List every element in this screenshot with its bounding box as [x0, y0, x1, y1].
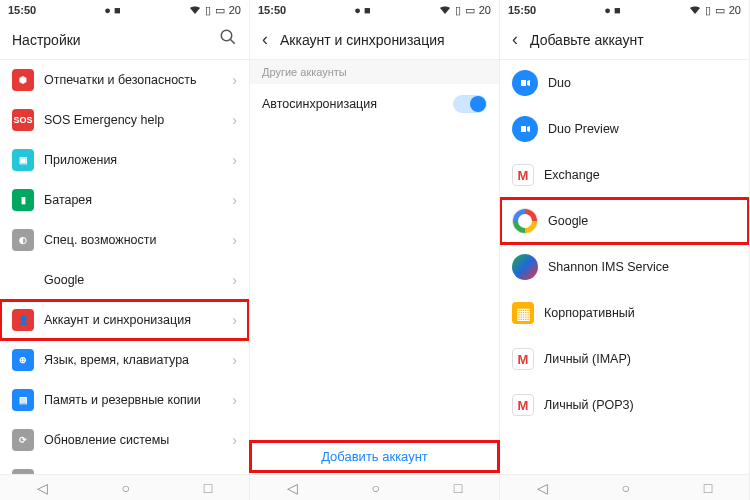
nav-home-icon[interactable]: ○ — [122, 480, 130, 496]
search-icon[interactable] — [219, 28, 237, 51]
status-time: 15:50 — [258, 4, 286, 16]
nav-back-icon[interactable]: ◁ — [287, 480, 298, 496]
account-type-row[interactable]: ▦Корпоративный — [500, 290, 749, 336]
sync-header: ‹ Аккаунт и синхронизация — [250, 20, 499, 60]
row-icon: ⬢ — [12, 69, 34, 91]
gmail-icon: M — [512, 164, 534, 186]
battery-icon: ▭ — [465, 4, 475, 17]
account-type-row[interactable]: MЛичный (IMAP) — [500, 336, 749, 382]
chevron-right-icon: › — [232, 72, 237, 88]
back-icon[interactable]: ‹ — [262, 29, 268, 50]
sync-list: Другие аккаунты Автосинхронизация — [250, 60, 499, 500]
add-account-button[interactable]: Добавить аккаунт — [250, 441, 499, 472]
settings-row[interactable]: ◐Спец. возможности› — [0, 220, 249, 260]
vibrate-icon: ▯ — [705, 4, 711, 17]
status-time: 15:50 — [8, 4, 36, 16]
settings-row[interactable]: SOSSOS Emergency help› — [0, 100, 249, 140]
chevron-right-icon: › — [232, 232, 237, 248]
autosync-row[interactable]: Автосинхронизация — [250, 84, 499, 124]
settings-list: ⬢Отпечатки и безопасность›SOSSOS Emergen… — [0, 60, 249, 500]
add-account-screen: 15:50 ● ■ ▯ ▭ 20 ‹ Добавьте аккаунт DuoD… — [500, 0, 750, 500]
row-label: Exchange — [544, 168, 737, 182]
row-icon: ▤ — [12, 389, 34, 411]
nav-bar: ◁ ○ □ — [250, 474, 499, 500]
row-icon-empty — [12, 269, 34, 291]
status-right: ▯ ▭ 20 — [439, 4, 491, 17]
nav-recent-icon[interactable]: □ — [454, 480, 462, 496]
status-dots: ● ■ — [104, 4, 120, 16]
nav-back-icon[interactable]: ◁ — [537, 480, 548, 496]
settings-row[interactable]: Google› — [0, 260, 249, 300]
wifi-icon — [439, 5, 451, 15]
nav-back-icon[interactable]: ◁ — [37, 480, 48, 496]
sync-screen: 15:50 ● ■ ▯ ▭ 20 ‹ Аккаунт и синхронизац… — [250, 0, 500, 500]
chevron-right-icon: › — [232, 272, 237, 288]
row-icon: ▣ — [12, 149, 34, 171]
row-icon: 👤 — [12, 309, 34, 331]
account-type-row[interactable]: Shannon IMS Service — [500, 244, 749, 290]
row-label: Отпечатки и безопасность — [44, 73, 222, 87]
account-type-row[interactable]: MЛичный (POP3) — [500, 382, 749, 428]
account-type-list: DuoDuo PreviewMExchangeGoogleShannon IMS… — [500, 60, 749, 500]
autosync-label: Автосинхронизация — [262, 97, 443, 111]
battery-icon: ▭ — [215, 4, 225, 17]
chevron-right-icon: › — [232, 352, 237, 368]
page-title: Настройки — [12, 32, 207, 48]
duo-icon — [512, 116, 538, 142]
nav-bar: ◁ ○ □ — [0, 474, 249, 500]
wifi-icon — [189, 5, 201, 15]
row-label: Личный (IMAP) — [544, 352, 737, 366]
account-type-row[interactable]: Duo — [500, 60, 749, 106]
autosync-toggle[interactable] — [453, 95, 487, 113]
nav-recent-icon[interactable]: □ — [204, 480, 212, 496]
nav-home-icon[interactable]: ○ — [622, 480, 630, 496]
page-title: Добавьте аккаунт — [530, 32, 737, 48]
status-bar: 15:50 ● ■ ▯ ▭ 20 — [250, 0, 499, 20]
row-label: Duo Preview — [548, 122, 737, 136]
battery-icon: ▭ — [715, 4, 725, 17]
settings-row[interactable]: ⊕Язык, время, клавиатура› — [0, 340, 249, 380]
chevron-right-icon: › — [232, 432, 237, 448]
status-bar: 15:50 ● ■ ▯ ▭ 20 — [500, 0, 749, 20]
chevron-right-icon: › — [232, 112, 237, 128]
nav-home-icon[interactable]: ○ — [372, 480, 380, 496]
row-label: Память и резервные копии — [44, 393, 222, 407]
account-type-row[interactable]: MExchange — [500, 152, 749, 198]
chevron-right-icon: › — [232, 392, 237, 408]
row-icon: ▮ — [12, 189, 34, 211]
nav-bar: ◁ ○ □ — [500, 474, 749, 500]
battery-level: 20 — [479, 4, 491, 16]
status-right: ▯ ▭ 20 — [189, 4, 241, 17]
account-type-row[interactable]: Duo Preview — [500, 106, 749, 152]
row-label: SOS Emergency help — [44, 113, 222, 127]
status-dots: ● ■ — [354, 4, 370, 16]
settings-row[interactable]: ⬢Отпечатки и безопасность› — [0, 60, 249, 100]
settings-row[interactable]: ▣Приложения› — [0, 140, 249, 180]
shannon-icon — [512, 254, 538, 280]
status-time: 15:50 — [508, 4, 536, 16]
row-label: Личный (POP3) — [544, 398, 737, 412]
settings-row[interactable]: ⟳Обновление системы› — [0, 420, 249, 460]
status-dots: ● ■ — [604, 4, 620, 16]
chevron-right-icon: › — [232, 192, 237, 208]
row-label: Google — [44, 273, 222, 287]
row-label: Google — [548, 214, 737, 228]
row-label: Shannon IMS Service — [548, 260, 737, 274]
row-label: Спец. возможности — [44, 233, 222, 247]
settings-row[interactable]: 👤Аккаунт и синхронизация› — [0, 300, 249, 340]
row-label: Обновление системы — [44, 433, 222, 447]
account-type-row[interactable]: Google — [500, 198, 749, 244]
vibrate-icon: ▯ — [455, 4, 461, 17]
row-icon: ⊕ — [12, 349, 34, 371]
back-icon[interactable]: ‹ — [512, 29, 518, 50]
settings-row[interactable]: ▮Батарея› — [0, 180, 249, 220]
chevron-right-icon: › — [232, 312, 237, 328]
google-icon — [512, 208, 538, 234]
settings-screen: 15:50 ● ■ ▯ ▭ 20 Настройки ⬢Отпечатки и … — [0, 0, 250, 500]
settings-row[interactable]: ▤Память и резервные копии› — [0, 380, 249, 420]
corporate-icon: ▦ — [512, 302, 534, 324]
nav-recent-icon[interactable]: □ — [704, 480, 712, 496]
row-icon: SOS — [12, 109, 34, 131]
add-header: ‹ Добавьте аккаунт — [500, 20, 749, 60]
row-label: Язык, время, клавиатура — [44, 353, 222, 367]
